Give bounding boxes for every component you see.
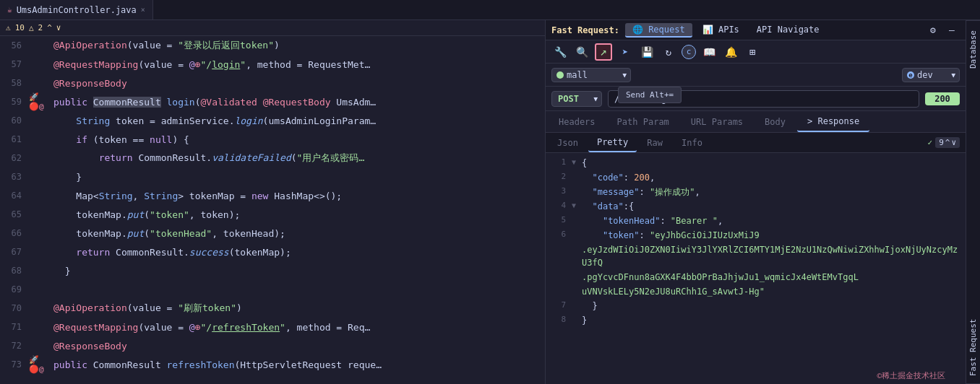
fast-request-label-text: Fast Request <box>968 319 978 376</box>
fast-request-label[interactable]: Fast Request <box>966 312 980 384</box>
curl-icon-button[interactable]: c <box>682 45 696 59</box>
method-selector-wrapper: POST ▼ <box>551 91 602 107</box>
url-row: POST ▼ 200 <box>546 87 966 111</box>
env-dot: e <box>907 71 914 79</box>
refresh-icon-button[interactable]: ↻ <box>660 43 677 61</box>
code-line-65: 65 tokenMap.put("token", token); <box>0 205 545 224</box>
tab-json[interactable]: Json <box>549 133 587 152</box>
code-line-64: 64 Map<String, String> tokenMap = new Ha… <box>0 186 545 205</box>
watermark: ©稀土掘金技术社区 <box>877 370 945 381</box>
tab-response[interactable]: > Response <box>797 111 869 132</box>
method-selector[interactable]: POST <box>551 91 602 107</box>
arrow-icon-button[interactable]: ➤ <box>616 43 634 61</box>
code-line-56: 56 @ApiOperation(value = "登录以后返回token") <box>0 36 545 55</box>
code-line-62: 62 return CommonResult.validateFailed("用… <box>0 149 545 167</box>
json-line-token-2: .pgYcvcDFnun8aGXK4F4bbOPrBaJhjwJu1_wqmic… <box>546 270 966 284</box>
project-selector[interactable]: mall <box>551 68 631 82</box>
right-sidebar-spacer <box>966 78 980 312</box>
code-line-63: 63 } <box>0 167 545 186</box>
code-editor: ⚠ 10 △ 2 ^ ∨ 56 @ApiOperation(value = "登… <box>0 20 546 384</box>
json-line-5: 5 "tokenHead": "Bearer ", <box>546 214 966 228</box>
tab-body[interactable]: Body <box>755 111 796 132</box>
database-label[interactable]: Database <box>966 20 980 78</box>
error-icon: △ <box>29 23 34 32</box>
env-selector[interactable]: e dev <box>902 68 960 82</box>
grid-icon-button[interactable]: ⊞ <box>744 43 761 61</box>
send-tooltip-text: Send Alt+= <box>626 90 674 100</box>
response-tabs: Json Pretty Raw Info ✓ 9 ^ ∨ <box>546 133 966 153</box>
toolbar: 🔧 🔍 ↗ ➤ 💾 ↻ c 📖 🔔 ⊞ <box>546 40 966 64</box>
code-content: 56 @ApiOperation(value = "登录以后返回token") … <box>0 36 545 384</box>
send-icon-button[interactable]: ↗ <box>595 43 612 61</box>
tab-path-param[interactable]: Path Param <box>607 111 679 132</box>
json-line-1: 1 ▼ { <box>546 156 966 170</box>
code-line-70: 70 @ApiOperation(value = "刷新token") <box>0 299 545 318</box>
tab-headers[interactable]: Headers <box>549 111 606 132</box>
code-line-66: 66 tokenMap.put("tokenHead", tokenHead); <box>0 224 545 243</box>
code-line-57: 57 @RequestMapping(value = @⊕"/login", m… <box>0 55 545 74</box>
nav-up[interactable]: ^ <box>47 23 52 32</box>
project-selector-wrapper: mall ▼ <box>551 68 631 82</box>
bell-icon-button[interactable]: 🔔 <box>722 43 739 61</box>
code-line-60: 60 String token = adminService.login(ums… <box>0 111 545 130</box>
minimize-button[interactable]: — <box>944 22 960 38</box>
editor-tab[interactable]: ☕ UmsAdminController.java × <box>0 0 153 19</box>
json-line-6: 6 "token": "eyJhbGciOiJIUzUxMiJ9 <box>546 228 966 243</box>
code-line-73: 73 🚀🔴@ public CommonResult refreshToken(… <box>0 355 545 374</box>
right-sidebar: Database Fast Request <box>966 20 980 384</box>
tab-url-params[interactable]: URL Params <box>681 111 753 132</box>
request-nav-tabs: Headers Path Param URL Params Body > Res… <box>546 111 966 133</box>
tab-filename: UmsAdminController.java <box>17 5 137 15</box>
json-line-4: 4 ▼ "data":{ <box>546 199 966 214</box>
save-icon-button[interactable]: 💾 <box>638 43 656 61</box>
tab-close-button[interactable]: × <box>141 6 145 14</box>
code-line-71: 71 @RequestMapping(value = @⊕"/refreshTo… <box>0 318 545 336</box>
code-line-68: 68 } <box>0 261 545 280</box>
panel-tabs: 🌐 Request 📊 APIs API Navigate <box>625 23 827 38</box>
tab-info[interactable]: Info <box>673 133 711 152</box>
tab-apis[interactable]: 📊 APIs <box>695 23 747 38</box>
warning-bar: ⚠ 10 △ 2 ^ ∨ <box>0 20 545 36</box>
panel-title: Fast Request: <box>551 25 619 35</box>
tab-pretty[interactable]: Pretty <box>588 133 637 152</box>
json-line-token-3: uVNVskLELy5N2eJU8uRChh1G_sAvwtJ-Hg" <box>546 284 966 299</box>
nav-down[interactable]: ∨ <box>56 23 61 32</box>
book-icon-button[interactable]: 📖 <box>700 43 718 61</box>
check-icon: ✓ <box>928 138 933 147</box>
json-line-token-1: .eyJzdWIiOiJ0ZXN0IiwiY3JlYXRlZCI6MTY1MjE… <box>546 243 966 270</box>
method-label: POST <box>558 94 579 104</box>
send-tooltip: Send Alt+= <box>618 87 682 103</box>
code-line-58: 58 @ResponseBody <box>0 74 545 92</box>
json-line-7: 7 } <box>546 299 966 313</box>
code-line-59: 59 🚀🔴@ public CommonResult login(@Valida… <box>0 92 545 111</box>
panel-header: Fast Request: 🌐 Request 📊 APIs API Navig… <box>546 20 966 40</box>
java-file-icon: ☕ <box>7 5 12 14</box>
panel-actions: ⚙ — <box>925 22 960 38</box>
project-label: mall <box>567 70 588 80</box>
code-line-72: 72 @ResponseBody <box>0 336 545 355</box>
fast-request-panel: Fast Request: 🌐 Request 📊 APIs API Navig… <box>546 20 966 384</box>
tab-request[interactable]: 🌐 Request <box>625 23 692 38</box>
up-arrow-icon[interactable]: ^ <box>945 138 950 147</box>
request-tab-label: 🌐 Request <box>632 25 685 35</box>
tab-raw[interactable]: Raw <box>638 133 671 152</box>
warning-icon: ⚠ <box>6 23 11 32</box>
gear-button[interactable]: ⚙ <box>925 22 941 38</box>
status-badge: 200 <box>925 92 960 105</box>
code-line-61: 61 if (token == null) { <box>0 130 545 149</box>
json-line-8: 8 } <box>546 313 966 328</box>
api-navigate-label: API Navigate <box>757 25 820 35</box>
warning-count: 10 <box>15 23 25 32</box>
response-area: Json Pretty Raw Info ✓ 9 ^ ∨ <box>546 133 966 384</box>
env-label: dev <box>917 70 933 80</box>
tools-icon-button[interactable]: 🔧 <box>551 43 569 61</box>
right-panels: Fast Request: 🌐 Request 📊 APIs API Navig… <box>546 20 980 384</box>
search-icon-button[interactable]: 🔍 <box>573 43 590 61</box>
code-line-67: 67 return CommonResult.success(tokenMap)… <box>0 243 545 261</box>
error-count: 2 <box>38 23 43 32</box>
project-dot <box>556 71 564 79</box>
down-arrow-icon[interactable]: ∨ <box>951 138 956 147</box>
env-selector-wrapper: e dev ▼ <box>902 68 960 82</box>
json-line-3: 3 "message": "操作成功", <box>546 185 966 199</box>
tab-api-navigate[interactable]: API Navigate <box>749 23 827 38</box>
